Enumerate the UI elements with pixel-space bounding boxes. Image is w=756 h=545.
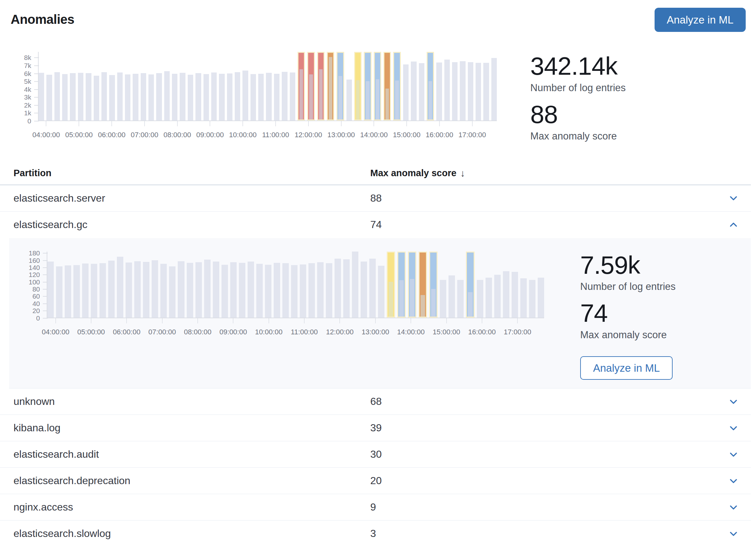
bar-fill (39, 73, 44, 120)
table-row-elasticsearch.slowlog[interactable]: elasticsearch.slowlog3 (0, 521, 751, 545)
anomaly-bar-blue[interactable] (466, 251, 474, 318)
y-tick-label: 140 (29, 264, 48, 271)
anomaly-bar-orange[interactable] (419, 251, 427, 318)
histogram-bar (230, 251, 237, 318)
x-tick-label: 13:00:00 (327, 131, 355, 139)
x-tick-label: 17:00:00 (504, 328, 531, 336)
expand-row-button[interactable] (728, 529, 739, 539)
table-row-nginx.access[interactable]: nginx.access9 (0, 494, 751, 521)
bar-fill (338, 76, 342, 119)
histogram-bar (94, 52, 99, 120)
x-tick (275, 121, 276, 126)
expand-row-button[interactable] (728, 476, 739, 486)
collapse-row-button[interactable] (728, 220, 739, 230)
expanded-max-anomaly-score-value: 74 (580, 300, 676, 327)
anomaly-bar-blue[interactable] (336, 52, 344, 120)
expand-row-button[interactable] (728, 423, 739, 433)
anomaly-bar-blue[interactable] (397, 251, 406, 318)
bar-fill (143, 262, 149, 318)
anomaly-bar-red[interactable] (298, 52, 305, 120)
bar-fill (117, 72, 123, 120)
bar-fill (538, 278, 544, 318)
expanded-log-entries-label: Number of log entries (580, 281, 676, 293)
bar-fill (256, 264, 263, 317)
bar-fill (282, 72, 287, 120)
bar-fill (520, 278, 527, 318)
expand-row-button[interactable] (728, 397, 739, 407)
partition-column-header[interactable]: Partition (14, 168, 370, 178)
x-tick (144, 121, 145, 126)
bar-fill (436, 62, 442, 120)
table-row-elasticsearch.server[interactable]: elasticsearch.server88 (0, 185, 751, 211)
expand-row-button[interactable] (728, 449, 739, 460)
bar-fill (101, 72, 107, 120)
histogram-bar (160, 251, 167, 318)
anomaly-bar-orange[interactable] (383, 52, 391, 120)
table-row-elasticsearch.audit[interactable]: elasticsearch.audit30 (0, 441, 751, 468)
anomaly-bar-blue[interactable] (364, 52, 371, 120)
expanded-row-panel: 18016014012010080604020004:00:0005:00:00… (9, 238, 751, 389)
x-tick-label: 15:00:00 (393, 131, 421, 139)
anomaly-bar-yellow[interactable] (354, 52, 362, 120)
bar-fill (109, 75, 115, 120)
bar-fill (452, 62, 458, 120)
histogram-bar (512, 251, 518, 318)
histogram-bar (82, 251, 89, 318)
bar-fill (211, 72, 217, 120)
expanded-analyze-in-ml-button[interactable]: Analyze in ML (580, 356, 673, 380)
y-tick-label: 40 (33, 300, 48, 308)
table-row-unknown[interactable]: unknown68 (0, 389, 751, 415)
anomaly-bar-orange[interactable] (327, 52, 334, 120)
x-tick (55, 318, 56, 324)
bar-fill (86, 73, 91, 120)
anomaly-bar-red[interactable] (307, 52, 315, 120)
partition-name: elasticsearch.audit (14, 448, 370, 460)
bar-fill (82, 263, 89, 317)
partition-name: kibana.log (14, 422, 370, 434)
bar-fill (169, 266, 175, 317)
bar-fill (134, 261, 141, 318)
expand-row-button[interactable] (728, 502, 739, 512)
partition-table: Partition Max anomaly score ↓ elasticsea… (0, 168, 751, 545)
x-axis: 04:00:0005:00:0006:00:0007:00:0008:00:00… (47, 318, 544, 344)
x-tick-label: 09:00:00 (196, 131, 224, 139)
x-tick (242, 121, 243, 126)
anomaly-bar-blue[interactable] (374, 52, 381, 120)
expand-row-button[interactable] (728, 193, 739, 203)
x-tick (375, 318, 376, 324)
histogram-bar (317, 251, 324, 318)
anomaly-bar-blue[interactable] (429, 251, 438, 318)
bar-fill (503, 271, 509, 318)
bar-fill (483, 63, 489, 120)
x-tick (373, 121, 374, 126)
partition-name: elasticsearch.server (14, 192, 370, 204)
table-row-kibana.log[interactable]: kibana.log39 (0, 415, 751, 441)
anomaly-bar-red[interactable] (317, 52, 325, 120)
bar-fill (369, 258, 376, 318)
histogram-bar (172, 52, 177, 120)
partition-name: nginx.access (14, 501, 370, 513)
y-tick-label: 3k (24, 93, 39, 101)
bar-fill (133, 74, 138, 120)
anomaly-bar-blue[interactable] (408, 251, 416, 318)
log-entries-label: Number of log entries (530, 82, 626, 94)
histogram-bar (282, 52, 287, 120)
y-tick-label: 0 (36, 315, 48, 322)
anomaly-bar-yellow[interactable] (387, 251, 395, 318)
histogram-bar (411, 52, 416, 120)
max-anomaly-score-value: 88 (530, 101, 626, 128)
analyze-in-ml-button[interactable]: Analyze in ML (655, 8, 746, 32)
anomaly-bar-blue[interactable] (393, 52, 401, 120)
histogram-bar (483, 52, 489, 120)
histogram-bar (265, 251, 271, 318)
histogram-bar (343, 251, 350, 318)
bar-fill (335, 258, 341, 318)
table-row-elasticsearch.deprecation[interactable]: elasticsearch.deprecation20 (0, 468, 751, 494)
histogram-bar (117, 251, 123, 318)
anomaly-bar-blue[interactable] (427, 52, 434, 120)
histogram-bar (195, 251, 202, 318)
table-row-elasticsearch.gc[interactable]: elasticsearch.gc74 (0, 211, 751, 238)
x-tick-label: 04:00:00 (33, 131, 60, 139)
score-column-header[interactable]: Max anomaly score ↓ (370, 168, 751, 179)
x-tick (339, 318, 340, 324)
